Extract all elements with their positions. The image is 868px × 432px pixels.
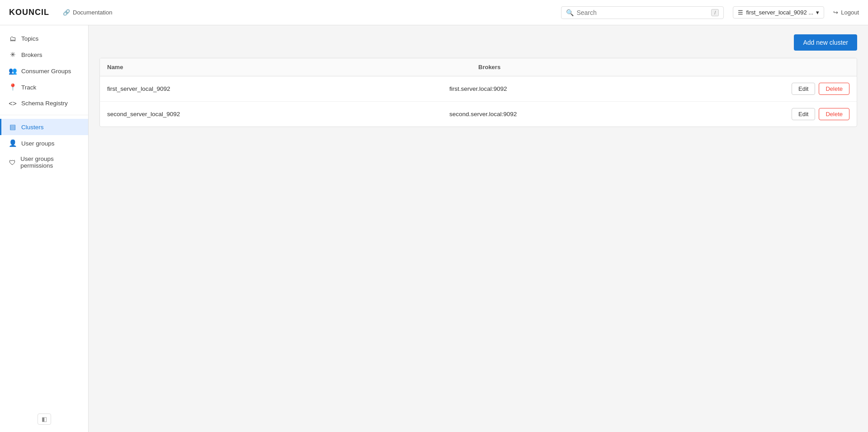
doc-icon: 🔗 (63, 9, 70, 16)
sidebar-item-topics[interactable]: 🗂 Topics (0, 31, 88, 47)
sidebar-item-label: Consumer Groups (21, 68, 71, 75)
edit-cluster-button[interactable]: Edit (792, 83, 815, 95)
schema-registry-icon: <> (9, 99, 17, 107)
sidebar-footer: ◧ (0, 413, 89, 425)
sidebar-item-label: Track (21, 84, 36, 91)
logout-label: Logout (841, 9, 859, 16)
sidebar-item-user-groups[interactable]: 👤 User groups (0, 135, 88, 151)
chevron-down-icon: ▾ (816, 9, 819, 16)
sidebar-item-label: Topics (21, 35, 38, 42)
clusters-table: Name Brokers first_server_local_9092 fir… (99, 58, 857, 127)
sidebar-item-label: Clusters (21, 124, 44, 131)
sidebar-item-label: Brokers (21, 52, 42, 58)
cluster-name-cell: second_server_local_9092 (107, 111, 449, 117)
cluster-brokers-cell: first.server.local:9092 (449, 85, 792, 92)
row-actions: Edit Delete (792, 108, 849, 120)
search-icon: 🔍 (566, 9, 574, 16)
table-row: first_server_local_9092 first.server.loc… (100, 76, 857, 102)
add-cluster-button[interactable]: Add new cluster (794, 34, 857, 51)
sidebar-toggle-button[interactable]: ◧ (38, 413, 51, 425)
user-groups-icon: 👤 (9, 139, 17, 147)
top-actions: Add new cluster (99, 34, 857, 51)
track-icon: 📍 (9, 83, 17, 91)
edit-cluster-button[interactable]: Edit (792, 108, 815, 120)
layout: 🗂 Topics ✳ Brokers 👥 Consumer Groups 📍 T… (0, 25, 868, 432)
table-row: second_server_local_9092 second.server.l… (100, 102, 857, 127)
documentation-link[interactable]: 🔗 Documentation (63, 9, 112, 16)
topics-icon: 🗂 (9, 35, 17, 42)
cluster-name-cell: first_server_local_9092 (107, 85, 449, 92)
main-content: Add new cluster Name Brokers first_serve… (89, 25, 868, 432)
sidebar-item-schema-registry[interactable]: <> Schema Registry (0, 95, 88, 111)
app-logo: KOUNCIL (9, 8, 49, 17)
consumer-groups-icon: 👥 (9, 67, 17, 75)
sidebar-item-brokers[interactable]: ✳ Brokers (0, 47, 88, 63)
search-input[interactable] (576, 9, 708, 16)
column-name: Name (107, 64, 478, 70)
sidebar-item-consumer-groups[interactable]: 👥 Consumer Groups (0, 63, 88, 79)
user-groups-permissions-icon: 🛡 (9, 159, 16, 166)
sidebar-item-clusters[interactable]: ▤ Clusters (0, 119, 88, 135)
delete-cluster-button[interactable]: Delete (819, 108, 849, 120)
sidebar: 🗂 Topics ✳ Brokers 👥 Consumer Groups 📍 T… (0, 25, 89, 432)
search-box: 🔍 / (561, 6, 724, 19)
row-actions: Edit Delete (792, 83, 849, 95)
cluster-brokers-cell: second.server.local:9092 (449, 111, 792, 117)
sidebar-item-user-groups-permissions[interactable]: 🛡 User groups permissions (0, 151, 88, 173)
logout-icon: ↪ (833, 9, 838, 16)
table-header: Name Brokers (100, 58, 857, 76)
logout-button[interactable]: ↪ Logout (833, 9, 859, 16)
cluster-icon: ☰ (738, 9, 743, 16)
search-container: 🔍 / ☰ first_server_local_9092 ... ▾ ↪ Lo… (561, 6, 859, 19)
sidebar-divider (0, 115, 88, 115)
cluster-name: first_server_local_9092 ... (746, 9, 813, 16)
sidebar-item-label: Schema Registry (21, 100, 68, 107)
navbar: KOUNCIL 🔗 Documentation 🔍 / ☰ first_serv… (0, 0, 868, 25)
sidebar-item-track[interactable]: 📍 Track (0, 79, 88, 95)
sidebar-item-label: User groups (21, 140, 55, 147)
sidebar-item-label: User groups permissions (20, 155, 81, 169)
search-shortcut: / (711, 9, 719, 16)
cluster-selector[interactable]: ☰ first_server_local_9092 ... ▾ (733, 6, 824, 19)
delete-cluster-button[interactable]: Delete (819, 83, 849, 95)
doc-label: Documentation (73, 9, 112, 16)
brokers-icon: ✳ (9, 51, 17, 59)
clusters-icon: ▤ (9, 123, 17, 131)
column-brokers: Brokers (478, 64, 849, 70)
